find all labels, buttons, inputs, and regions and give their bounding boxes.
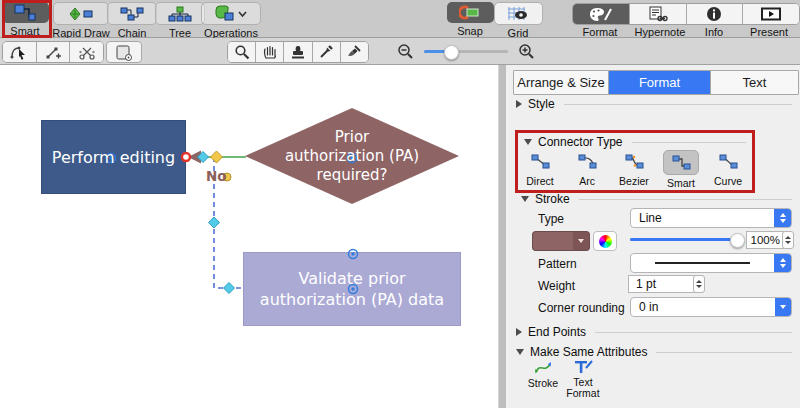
tab-arrange-size[interactable]: Arrange & Size	[514, 71, 609, 94]
curve-connector-icon	[719, 154, 738, 169]
disclosure-down-icon	[524, 139, 532, 145]
vertex-handle[interactable]	[211, 151, 223, 163]
brush-tool[interactable]	[341, 42, 368, 62]
snap-button[interactable]: Snap	[448, 2, 492, 37]
format-mode-button[interactable]	[573, 4, 630, 24]
stamp-icon	[290, 44, 306, 60]
page-properties-button[interactable]	[106, 41, 142, 63]
validate-shape-label: Validate prior authorization (PA) data	[243, 252, 461, 326]
dropdown-stepper-icon	[774, 254, 791, 272]
info-button[interactable]	[687, 4, 744, 24]
weight-stepper[interactable]	[693, 275, 705, 293]
pan-tool[interactable]	[256, 42, 284, 62]
palette-icon	[589, 7, 613, 22]
arc-connector-icon	[578, 154, 597, 169]
make-same-stroke-icon	[534, 361, 552, 376]
stroke-section-header[interactable]: Stroke	[521, 192, 792, 206]
edit-connector-icon	[10, 44, 28, 61]
chevron-down-icon	[775, 298, 791, 316]
make-same-text-format-button[interactable]: Text Format	[560, 359, 606, 399]
process-shape-label: Perform editing	[41, 120, 186, 194]
connector-type-bezier[interactable]: Bezier	[612, 150, 656, 189]
color-wheel-icon	[599, 235, 612, 248]
tab-text[interactable]: Text	[711, 71, 798, 94]
present-button[interactable]	[743, 4, 799, 24]
hypernote-button[interactable]	[630, 4, 687, 24]
hypernote-label: Hypernote	[635, 26, 686, 38]
edit-connector-tool[interactable]	[3, 42, 37, 62]
brush-icon	[346, 44, 362, 60]
stroke-color-well[interactable]	[532, 231, 617, 251]
dropdown-stepper-icon	[774, 209, 791, 227]
magnifier-icon	[234, 44, 250, 60]
stroke-opacity-slider-fill	[630, 238, 734, 241]
zoom-out-button[interactable]	[397, 43, 414, 64]
connector-type-options: Direct Arc Bezier Smart Curve	[518, 150, 750, 189]
direct-connector-icon	[531, 154, 550, 169]
chain-icon	[120, 6, 144, 22]
scissors-icon	[78, 44, 96, 61]
connector-type-curve[interactable]: Curve	[706, 150, 750, 189]
connector-type-smart[interactable]: Smart	[659, 150, 703, 189]
split-connector-tool[interactable]	[70, 42, 103, 62]
color-chevron-icon[interactable]	[573, 231, 590, 251]
midpoint-handle[interactable]	[224, 283, 235, 294]
rapid-draw-icon	[68, 6, 94, 22]
info-label: Info	[705, 26, 723, 38]
stroke-weight-field[interactable]: 1 pt	[628, 275, 697, 293]
tree-icon	[168, 6, 192, 22]
page-icon	[115, 44, 133, 61]
stroke-type-dropdown[interactable]: Line	[630, 208, 792, 228]
stroke-opacity-slider-knob[interactable]	[730, 233, 745, 248]
smart-connector-button[interactable]: Smart	[2, 2, 48, 37]
connector-type-title: Connector Type	[538, 135, 623, 149]
snap-label: Snap	[457, 25, 483, 37]
eyedropper-icon	[318, 44, 334, 60]
tab-format[interactable]: Format	[609, 71, 711, 94]
tree-button[interactable]: Tree	[158, 2, 202, 39]
operations-button[interactable]: Operations	[202, 2, 260, 39]
connector-text-label[interactable]: No	[206, 168, 227, 184]
stroke-pattern-dropdown[interactable]	[630, 253, 792, 273]
stroke-section-title: Stroke	[535, 192, 570, 206]
stroke-color-swatch[interactable]	[532, 231, 573, 251]
inspector-tab-bar: Arrange & Size Format Text	[513, 70, 799, 95]
corner-rounding-label: Corner rounding	[538, 301, 625, 315]
corner-rounding-dropdown[interactable]: 0 in	[630, 297, 792, 317]
zoom-in-button[interactable]	[518, 43, 535, 64]
stroke-opacity-field[interactable]: 100%	[746, 231, 784, 249]
midpoint-handle[interactable]	[209, 217, 220, 228]
style-section-header[interactable]: Style	[516, 97, 792, 111]
disclosure-down-icon	[516, 349, 524, 355]
smart-connector-icon	[14, 4, 36, 21]
view-tools-group	[227, 41, 369, 63]
stamp-tool[interactable]	[284, 42, 312, 62]
end-points-section-header[interactable]: End Points	[516, 325, 792, 339]
grid-button[interactable]: Grid	[496, 2, 540, 39]
eyedropper-tool[interactable]	[313, 42, 341, 62]
rapid-draw-button[interactable]: Rapid Draw	[52, 2, 110, 39]
stroke-weight-label: Weight	[538, 279, 575, 293]
smart-button-label: Smart	[10, 25, 39, 37]
drawing-canvas[interactable]: Perform editing Prior authorization (PA)…	[0, 65, 500, 408]
disclosure-right-icon	[516, 328, 522, 336]
make-same-section-header[interactable]: Make Same Attributes	[516, 345, 792, 359]
present-icon	[760, 6, 782, 22]
color-wheel-button[interactable]	[593, 231, 617, 251]
zoom-slider-knob[interactable]	[444, 45, 459, 60]
bezier-connector-icon	[625, 154, 644, 169]
make-same-text-format-icon	[573, 359, 593, 375]
end-points-title: End Points	[528, 325, 586, 339]
decision-shape-label: Prior authorization (PA) required?	[245, 108, 459, 204]
add-point-tool[interactable]	[37, 42, 71, 62]
connector-type-arc[interactable]: Arc	[565, 150, 609, 189]
disclosure-right-icon	[516, 100, 522, 108]
solid-line-pattern-glyph	[655, 262, 750, 264]
zoom-out-icon	[397, 43, 414, 60]
connector-tools-group	[2, 41, 104, 63]
connector-type-section-header[interactable]: Connector Type	[524, 135, 746, 149]
opacity-stepper[interactable]	[782, 231, 794, 249]
zoom-tool[interactable]	[228, 42, 256, 62]
connector-type-direct[interactable]: Direct	[518, 150, 562, 189]
chain-button[interactable]: Chain	[110, 2, 154, 39]
